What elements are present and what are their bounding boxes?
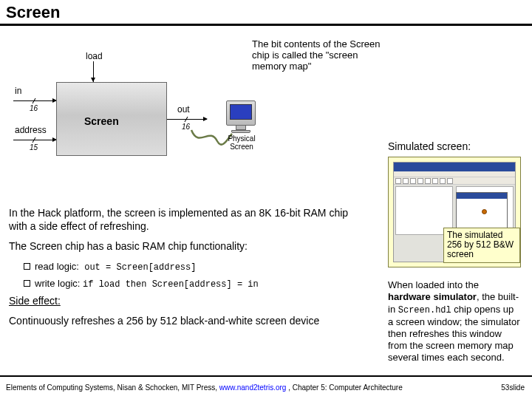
footer-rule bbox=[0, 375, 532, 377]
wire-in bbox=[13, 100, 56, 101]
monitor-icon bbox=[226, 100, 256, 133]
label-out: out bbox=[177, 104, 190, 115]
bullet-icon bbox=[24, 263, 30, 270]
side-effect-heading: Side effect: bbox=[9, 295, 364, 308]
chip-label: Screen bbox=[84, 115, 119, 127]
bus-addr: 15 bbox=[30, 143, 38, 151]
label-in: in bbox=[15, 86, 21, 96]
slide-number: 53slide bbox=[501, 383, 525, 392]
bullet-write-logic: write logic: if load then Screen[address… bbox=[24, 278, 364, 290]
bus-in: 16 bbox=[30, 104, 38, 112]
para-ram-functionality: The Screen chip has a basic RAM chip fun… bbox=[9, 240, 364, 253]
wire-address bbox=[13, 140, 56, 140]
title-rule bbox=[0, 24, 532, 26]
callout-dot-icon bbox=[482, 209, 487, 214]
page-title: Screen bbox=[0, 0, 532, 22]
main-text: In the Hack platform, the screen is impl… bbox=[9, 207, 364, 335]
chip-diagram: load in 16 address 15 Screen out 16 Phys… bbox=[4, 30, 248, 193]
label-load: load bbox=[86, 51, 103, 61]
label-simulated-screen: Simulated screen: bbox=[388, 140, 471, 152]
caption-memory-map: The bit contents of the Screen chip is c… bbox=[252, 39, 385, 193]
para-side-effect: Continuously refreshes a 256 by 512 blac… bbox=[9, 315, 364, 328]
callout-note: The simulated 256 by 512 B&W screen bbox=[443, 228, 520, 263]
bullet-read-logic: read logic: out = Screen[address] bbox=[24, 261, 364, 273]
label-address: address bbox=[15, 125, 47, 135]
bullet-icon bbox=[24, 280, 30, 287]
footer-text: Elements of Computing Systems, Nisan & S… bbox=[6, 383, 403, 392]
label-physical-screen: Physical Screen bbox=[225, 135, 259, 151]
bus-out: 16 bbox=[182, 123, 190, 131]
side-paragraph: When loaded into the hardware simulator,… bbox=[388, 279, 521, 364]
wire-out bbox=[167, 119, 207, 120]
footer-link[interactable]: www.nand2tetris.org bbox=[219, 383, 287, 392]
para-hack-platform: In the Hack platform, the screen is impl… bbox=[9, 207, 364, 233]
